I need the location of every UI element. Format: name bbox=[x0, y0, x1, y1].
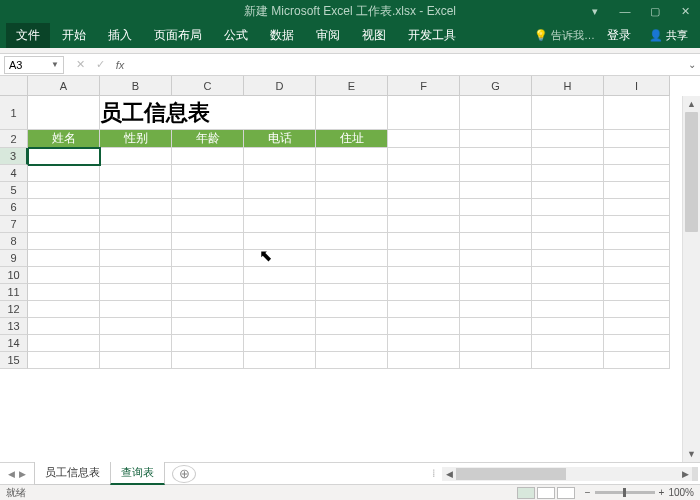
cell-C11[interactable] bbox=[172, 284, 244, 301]
cell-H4[interactable] bbox=[532, 165, 604, 182]
tab-review[interactable]: 审阅 bbox=[306, 23, 350, 48]
select-all-corner[interactable] bbox=[0, 76, 28, 96]
cell-G15[interactable] bbox=[460, 352, 532, 369]
cell-G7[interactable] bbox=[460, 216, 532, 233]
cell-E15[interactable] bbox=[316, 352, 388, 369]
cell-D10[interactable] bbox=[244, 267, 316, 284]
minimize-button[interactable]: — bbox=[610, 0, 640, 22]
col-header-F[interactable]: F bbox=[388, 76, 460, 96]
cell-H2[interactable] bbox=[532, 130, 604, 148]
cell-H3[interactable] bbox=[532, 148, 604, 165]
cell-E11[interactable] bbox=[316, 284, 388, 301]
name-box[interactable]: A3 ▼ bbox=[4, 56, 64, 74]
sheet-nav[interactable]: ◀▶ bbox=[0, 469, 34, 479]
tab-layout[interactable]: 页面布局 bbox=[144, 23, 212, 48]
cell-A10[interactable] bbox=[28, 267, 100, 284]
formula-input[interactable] bbox=[130, 56, 684, 74]
col-header-H[interactable]: H bbox=[532, 76, 604, 96]
cell-I11[interactable] bbox=[604, 284, 670, 301]
cell-F6[interactable] bbox=[388, 199, 460, 216]
cell-G2[interactable] bbox=[460, 130, 532, 148]
zoom-in-icon[interactable]: + bbox=[659, 487, 665, 498]
cell-H15[interactable] bbox=[532, 352, 604, 369]
cell-G6[interactable] bbox=[460, 199, 532, 216]
cell-F2[interactable] bbox=[388, 130, 460, 148]
row-header-2[interactable]: 2 bbox=[0, 130, 28, 148]
cell-B11[interactable] bbox=[100, 284, 172, 301]
cell-C14[interactable] bbox=[172, 335, 244, 352]
cell-I9[interactable] bbox=[604, 250, 670, 267]
cell-B6[interactable] bbox=[100, 199, 172, 216]
cell-A7[interactable] bbox=[28, 216, 100, 233]
cell-A4[interactable] bbox=[28, 165, 100, 182]
hscroll-thumb[interactable] bbox=[456, 468, 566, 480]
cell-E1[interactable] bbox=[316, 96, 388, 130]
cell-G8[interactable] bbox=[460, 233, 532, 250]
col-header-A[interactable]: A bbox=[28, 76, 100, 96]
sheet-tab-1[interactable]: 查询表 bbox=[110, 462, 165, 485]
row-header-5[interactable]: 5 bbox=[0, 182, 28, 199]
cell-G12[interactable] bbox=[460, 301, 532, 318]
scroll-right-icon[interactable]: ▶ bbox=[678, 469, 692, 479]
cell-C9[interactable] bbox=[172, 250, 244, 267]
cell-H5[interactable] bbox=[532, 182, 604, 199]
cell-A13[interactable] bbox=[28, 318, 100, 335]
cell-D4[interactable] bbox=[244, 165, 316, 182]
tab-home[interactable]: 开始 bbox=[52, 23, 96, 48]
cell-B2[interactable]: 性别 bbox=[100, 130, 172, 148]
cell-F15[interactable] bbox=[388, 352, 460, 369]
col-header-C[interactable]: C bbox=[172, 76, 244, 96]
cell-C12[interactable] bbox=[172, 301, 244, 318]
cell-A12[interactable] bbox=[28, 301, 100, 318]
tell-me[interactable]: 💡告诉我… bbox=[534, 28, 595, 43]
share-button[interactable]: 👤共享 bbox=[643, 26, 694, 45]
cell-F14[interactable] bbox=[388, 335, 460, 352]
cell-I15[interactable] bbox=[604, 352, 670, 369]
row-header-6[interactable]: 6 bbox=[0, 199, 28, 216]
cell-I13[interactable] bbox=[604, 318, 670, 335]
cell-A6[interactable] bbox=[28, 199, 100, 216]
cell-G13[interactable] bbox=[460, 318, 532, 335]
cell-A2[interactable]: 姓名 bbox=[28, 130, 100, 148]
cell-F12[interactable] bbox=[388, 301, 460, 318]
cell-G9[interactable] bbox=[460, 250, 532, 267]
zoom-control[interactable]: − + 100% bbox=[585, 487, 694, 498]
cell-C6[interactable] bbox=[172, 199, 244, 216]
cell-I12[interactable] bbox=[604, 301, 670, 318]
cell-E12[interactable] bbox=[316, 301, 388, 318]
row-header-1[interactable]: 1 bbox=[0, 96, 28, 130]
fx-icon[interactable]: fx bbox=[110, 56, 130, 74]
cell-D13[interactable] bbox=[244, 318, 316, 335]
cell-F8[interactable] bbox=[388, 233, 460, 250]
cell-I5[interactable] bbox=[604, 182, 670, 199]
cell-B12[interactable] bbox=[100, 301, 172, 318]
scroll-up-icon[interactable]: ▲ bbox=[683, 96, 700, 112]
cell-E7[interactable] bbox=[316, 216, 388, 233]
cell-H8[interactable] bbox=[532, 233, 604, 250]
tab-view[interactable]: 视图 bbox=[352, 23, 396, 48]
cell-D15[interactable] bbox=[244, 352, 316, 369]
tab-formulas[interactable]: 公式 bbox=[214, 23, 258, 48]
cell-C8[interactable] bbox=[172, 233, 244, 250]
cell-H11[interactable] bbox=[532, 284, 604, 301]
cell-A11[interactable] bbox=[28, 284, 100, 301]
scroll-left-icon[interactable]: ◀ bbox=[442, 469, 456, 479]
cell-C15[interactable] bbox=[172, 352, 244, 369]
cell-F3[interactable] bbox=[388, 148, 460, 165]
cell-F13[interactable] bbox=[388, 318, 460, 335]
col-header-D[interactable]: D bbox=[244, 76, 316, 96]
cells-area[interactable]: 员工信息表姓名性别年龄电话住址 bbox=[28, 96, 682, 462]
cell-I8[interactable] bbox=[604, 233, 670, 250]
cell-G4[interactable] bbox=[460, 165, 532, 182]
cell-I4[interactable] bbox=[604, 165, 670, 182]
cell-E8[interactable] bbox=[316, 233, 388, 250]
cell-F5[interactable] bbox=[388, 182, 460, 199]
cell-H9[interactable] bbox=[532, 250, 604, 267]
cell-D11[interactable] bbox=[244, 284, 316, 301]
cell-B14[interactable] bbox=[100, 335, 172, 352]
cell-B7[interactable] bbox=[100, 216, 172, 233]
cell-H1[interactable] bbox=[532, 96, 604, 130]
cell-A14[interactable] bbox=[28, 335, 100, 352]
cell-E4[interactable] bbox=[316, 165, 388, 182]
cell-H7[interactable] bbox=[532, 216, 604, 233]
